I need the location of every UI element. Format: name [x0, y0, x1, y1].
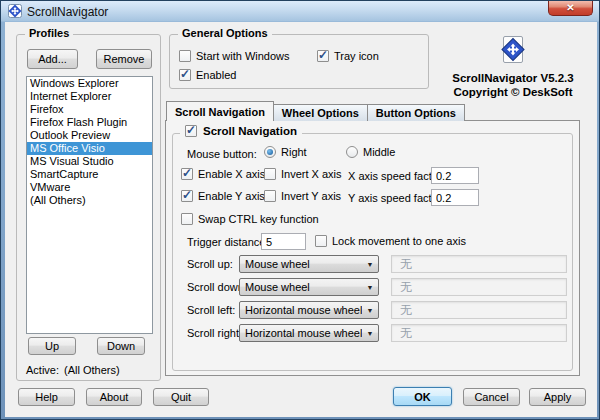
profile-list-item[interactable]: MS Visual Studio: [27, 155, 152, 168]
general-options-group: General Options Start with Windows Tray …: [169, 34, 429, 89]
profile-list-item[interactable]: MS Office Visio: [27, 142, 152, 155]
profiles-group: Profiles Add... Remove Windows Explorer …: [16, 34, 161, 381]
swap-ctrl-checkbox[interactable]: [181, 213, 193, 225]
invert-y-axis-checkbox[interactable]: [264, 190, 276, 202]
add-profile-button[interactable]: Add...: [27, 49, 78, 69]
lock-movement-field[interactable]: Lock movement to one axis: [315, 235, 466, 247]
cancel-button[interactable]: Cancel: [463, 388, 520, 406]
scroll-up-dropdown[interactable]: Mouse wheel ▼: [239, 255, 379, 273]
mouse-button-right-field[interactable]: Right: [264, 146, 307, 158]
profile-list-item[interactable]: Outlook Preview: [27, 129, 152, 142]
tab-strip: Scroll Navigation Wheel Options Button O…: [166, 101, 465, 121]
trigger-distance-label: Trigger distance:: [187, 236, 269, 248]
scroll-down-dropdown[interactable]: Mouse wheel ▼: [239, 278, 379, 296]
lock-movement-checkbox[interactable]: [315, 235, 327, 247]
active-label: Active:: [26, 364, 59, 376]
invert-x-axis-field[interactable]: Invert X axis: [264, 168, 342, 180]
enable-y-axis-checkbox[interactable]: [181, 190, 193, 202]
right-radio[interactable]: [264, 146, 276, 158]
titlebar[interactable]: ScrollNavigator ✕: [1, 1, 599, 22]
mouse-button-label: Mouse button:: [187, 148, 257, 160]
profile-list-item[interactable]: VMware: [27, 181, 152, 194]
about-button[interactable]: About: [86, 388, 142, 406]
close-icon: ✕: [566, 2, 574, 13]
app-icon: [8, 4, 22, 18]
scroll-right-hotkey-field: 无: [391, 324, 567, 342]
enable-x-axis-field[interactable]: Enable X axis: [181, 168, 265, 180]
scroll-left-label: Scroll left:: [187, 304, 235, 316]
middle-radio[interactable]: [346, 146, 358, 158]
invert-y-axis-field[interactable]: Invert Y axis: [264, 190, 341, 202]
active-profile-row: Active: (All Others): [26, 364, 120, 376]
chevron-down-icon: ▼: [362, 261, 378, 268]
x-speed-factor-input[interactable]: [431, 167, 479, 184]
scroll-up-label: Scroll up:: [187, 258, 233, 270]
close-button[interactable]: ✕: [548, 1, 593, 16]
chevron-down-icon: ▼: [362, 284, 378, 291]
tab-button-options[interactable]: Button Options: [367, 104, 465, 121]
profile-list-item[interactable]: Windows Explorer: [27, 77, 152, 90]
window-title: ScrollNavigator: [27, 5, 108, 19]
help-button[interactable]: Help: [18, 388, 75, 406]
copyright: Copyright © DeskSoft: [435, 86, 591, 98]
profile-list-item[interactable]: SmartCapture: [27, 168, 152, 181]
scroll-navigation-group: Scroll Navigation Mouse button: Right Mi…: [172, 133, 573, 371]
profile-list-item[interactable]: Firefox: [27, 103, 152, 116]
scroll-up-hotkey-field: 无: [391, 255, 567, 273]
move-down-button[interactable]: Down: [97, 337, 145, 355]
scroll-navigation-group-caption[interactable]: Scroll Navigation: [180, 125, 302, 137]
invert-x-axis-checkbox[interactable]: [264, 168, 276, 180]
profiles-listbox[interactable]: Windows Explorer Internet Explorer Firef…: [26, 76, 153, 334]
scroll-down-hotkey-field: 无: [391, 278, 567, 296]
start-with-windows-checkbox[interactable]: [179, 50, 191, 62]
scroll-navigation-panel: Scroll Navigation Mouse button: Right Mi…: [165, 120, 580, 376]
profiles-group-title: Profiles: [25, 27, 73, 39]
tray-icon-checkbox[interactable]: [317, 50, 329, 62]
move-up-button[interactable]: Up: [28, 337, 76, 355]
dialog-content: Profiles Add... Remove Windows Explorer …: [5, 22, 597, 417]
scroll-down-label: Scroll down:: [187, 281, 247, 293]
tab-scroll-navigation[interactable]: Scroll Navigation: [166, 101, 274, 121]
scroll-navigator-logo-icon: [500, 52, 526, 69]
swap-ctrl-field[interactable]: Swap CTRL key function: [181, 213, 319, 225]
profile-list-item[interactable]: Firefox Flash Plugin: [27, 116, 152, 129]
enabled-checkbox[interactable]: [179, 69, 191, 81]
scroll-left-hotkey-field: 无: [391, 301, 567, 319]
scrollnavigator-window: ScrollNavigator ✕ Profiles Add... Remove…: [0, 0, 600, 420]
general-options-title: General Options: [178, 27, 272, 39]
remove-profile-button[interactable]: Remove: [96, 49, 152, 69]
scroll-right-dropdown[interactable]: Horizontal mouse wheel ▼: [239, 324, 379, 342]
branding-block: ScrollNavigator V5.2.3 Copyright © DeskS…: [435, 36, 591, 98]
start-with-windows-field[interactable]: Start with Windows: [179, 50, 290, 62]
scroll-right-label: Scroll right:: [187, 327, 242, 339]
enable-x-axis-checkbox[interactable]: [181, 168, 193, 180]
tab-wheel-options[interactable]: Wheel Options: [273, 104, 368, 121]
profile-list-item[interactable]: Internet Explorer: [27, 90, 152, 103]
scroll-navigation-checkbox[interactable]: [185, 125, 197, 137]
apply-button[interactable]: Apply: [529, 388, 586, 406]
y-speed-factor-label: Y axis speed factor:: [348, 192, 444, 204]
scroll-left-dropdown[interactable]: Horizontal mouse wheel ▼: [239, 301, 379, 319]
trigger-distance-input[interactable]: [261, 233, 306, 250]
enabled-field[interactable]: Enabled: [179, 69, 236, 81]
ok-button[interactable]: OK: [393, 387, 452, 406]
chevron-down-icon: ▼: [362, 307, 378, 314]
app-version: ScrollNavigator V5.2.3: [435, 72, 591, 84]
profile-list-item[interactable]: (All Others): [27, 194, 152, 207]
enable-y-axis-field[interactable]: Enable Y axis: [181, 190, 265, 202]
chevron-down-icon: ▼: [362, 330, 378, 337]
active-profile-value: (All Others): [64, 364, 120, 376]
tray-icon-field[interactable]: Tray icon: [317, 50, 379, 62]
y-speed-factor-input[interactable]: [431, 189, 479, 206]
quit-button[interactable]: Quit: [153, 388, 209, 406]
mouse-button-middle-field[interactable]: Middle: [346, 146, 395, 158]
